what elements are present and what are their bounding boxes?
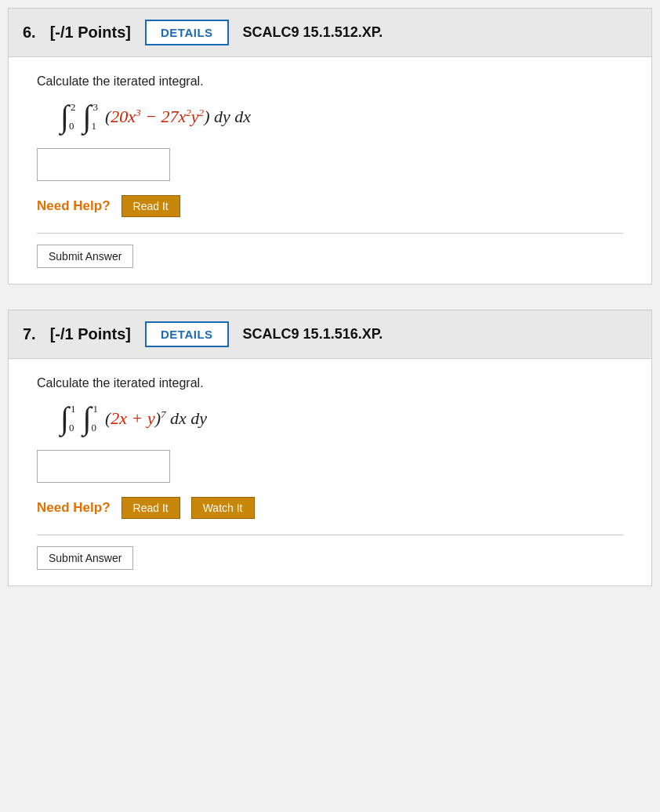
question-7-details-button[interactable]: DETAILS	[145, 321, 229, 347]
question-6-read-it-button[interactable]: Read It	[121, 195, 180, 217]
inner-lower-7: 0	[91, 422, 96, 434]
inner-limits-7: 1 0	[91, 406, 96, 431]
question-7-integrand: (2x + y)7 dx dy	[105, 408, 207, 429]
outer-integral-symbol-6: ∫	[60, 103, 69, 131]
question-6-integral: ∫ 2 0 ∫ 3 1 (20x3 − 27x2y2) dy dx	[60, 103, 623, 131]
question-6-points: [-/1 Points]	[50, 24, 131, 42]
question-6-details-button[interactable]: DETAILS	[145, 20, 229, 45]
outer-integral-symbol-7: ∫	[60, 404, 69, 433]
outer-integral-6: ∫ 2 0	[60, 103, 76, 131]
question-6-submit-row: Submit Answer	[37, 233, 623, 268]
question-7-code: SCALC9 15.1.516.XP.	[243, 326, 383, 343]
inner-lower-6: 1	[91, 120, 96, 132]
inner-upper-6: 3	[92, 101, 98, 114]
question-6-body: Calculate the iterated integral. ∫ 2 0 ∫…	[8, 57, 652, 285]
question-6-need-help-label: Need Help?	[37, 198, 111, 214]
question-6: 6. [-/1 Points] DETAILS SCALC9 15.1.512.…	[8, 8, 652, 285]
question-6-answer-input[interactable]	[37, 148, 170, 181]
inner-integral-symbol-6: ∫	[82, 103, 91, 131]
inner-limits-6: 3 1	[91, 104, 96, 129]
question-7: 7. [-/1 Points] DETAILS SCALC9 15.1.516.…	[8, 310, 652, 586]
question-7-submit-row: Submit Answer	[37, 535, 623, 570]
question-7-instruction: Calculate the iterated integral.	[37, 376, 623, 390]
outer-upper-6: 2	[71, 101, 76, 114]
outer-integral-7: ∫ 1 0	[60, 404, 76, 433]
inner-integral-6: ∫ 3 1	[82, 103, 98, 131]
question-6-number: 6.	[23, 24, 36, 42]
outer-limits-7: 1 0	[69, 406, 74, 431]
question-6-instruction: Calculate the iterated integral.	[37, 74, 623, 89]
inner-integral-symbol-7: ∫	[82, 404, 91, 433]
question-7-header: 7. [-/1 Points] DETAILS SCALC9 15.1.516.…	[8, 310, 652, 359]
question-7-read-it-button[interactable]: Read It	[121, 497, 180, 519]
question-6-need-help-row: Need Help? Read It	[37, 195, 623, 217]
question-7-submit-button[interactable]: Submit Answer	[37, 546, 133, 570]
question-7-watch-it-button[interactable]: Watch It	[191, 497, 255, 519]
question-6-integrand: (20x3 − 27x2y2) dy dx	[105, 107, 251, 127]
outer-limits-6: 2 0	[69, 104, 74, 129]
question-7-need-help-label: Need Help?	[37, 500, 111, 516]
inner-integral-7: ∫ 1 0	[82, 404, 98, 433]
inner-upper-7: 1	[92, 403, 98, 415]
question-6-code: SCALC9 15.1.512.XP.	[243, 24, 383, 41]
question-7-points: [-/1 Points]	[50, 325, 131, 343]
outer-lower-6: 0	[69, 120, 74, 132]
question-7-answer-input[interactable]	[37, 450, 170, 483]
question-7-body: Calculate the iterated integral. ∫ 1 0 ∫…	[8, 359, 652, 586]
outer-upper-7: 1	[71, 403, 76, 415]
question-7-number: 7.	[23, 325, 36, 343]
outer-lower-7: 0	[69, 422, 74, 434]
question-6-submit-button[interactable]: Submit Answer	[37, 245, 133, 268]
question-6-header: 6. [-/1 Points] DETAILS SCALC9 15.1.512.…	[8, 8, 652, 57]
question-7-red-term: 2x + y	[111, 408, 154, 428]
question-7-need-help-row: Need Help? Read It Watch It	[37, 497, 623, 519]
question-7-integral: ∫ 1 0 ∫ 1 0 (2x + y)7 dx dy	[60, 404, 623, 433]
question-6-red-term: 20x3 − 27x2y2	[111, 107, 204, 126]
